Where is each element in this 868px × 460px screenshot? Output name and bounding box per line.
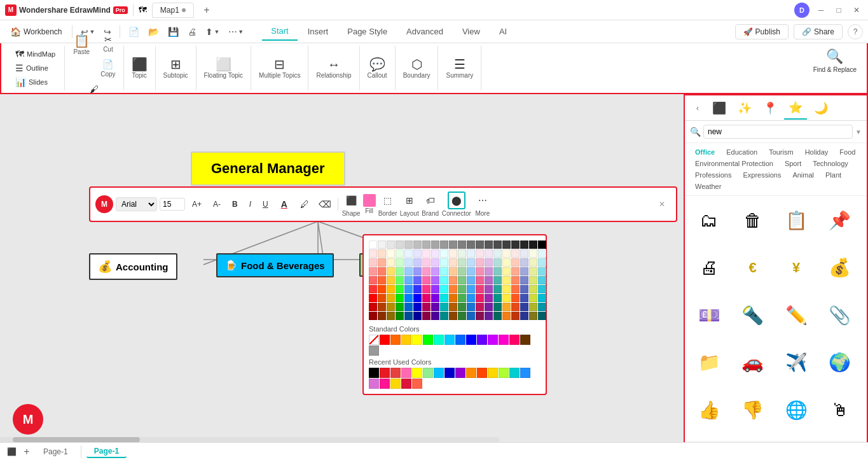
page-tab-prev[interactable]: ⬛ bbox=[5, 445, 18, 458]
gm-node[interactable]: General Manager bbox=[191, 151, 345, 186]
standard-color-cell[interactable] bbox=[412, 335, 422, 345]
color-cell[interactable] bbox=[431, 249, 439, 258]
color-cell[interactable] bbox=[369, 276, 377, 284]
color-cell[interactable] bbox=[440, 312, 448, 320]
callout-button[interactable]: 💬 Callout bbox=[364, 55, 391, 81]
tab-page-style[interactable]: Page Style bbox=[338, 23, 396, 40]
color-cell[interactable] bbox=[493, 249, 502, 258]
recent-color-cell[interactable] bbox=[380, 379, 390, 389]
color-cell[interactable] bbox=[467, 276, 475, 284]
color-cell[interactable] bbox=[493, 285, 502, 293]
sticker-item[interactable]: 👎 bbox=[734, 391, 772, 429]
brand-button[interactable]: 🏷 bbox=[422, 192, 439, 209]
cat-plant[interactable]: Plant bbox=[820, 170, 846, 180]
standard-color-cell[interactable] bbox=[488, 335, 498, 345]
cat-tech[interactable]: Technology bbox=[808, 158, 853, 169]
recent-color-cell[interactable] bbox=[369, 379, 379, 389]
color-cell[interactable] bbox=[396, 285, 404, 293]
color-cell[interactable] bbox=[502, 240, 511, 249]
color-cell[interactable] bbox=[485, 303, 493, 311]
color-cell[interactable] bbox=[396, 276, 404, 284]
file-tab[interactable]: Map1 bbox=[152, 3, 194, 18]
color-cell[interactable] bbox=[413, 240, 422, 249]
color-cell[interactable] bbox=[458, 294, 466, 302]
canvas-scrollbar-thumb[interactable] bbox=[13, 437, 140, 442]
sticker-item[interactable]: 🗑 bbox=[734, 201, 772, 239]
color-cell[interactable] bbox=[378, 285, 386, 293]
color-cell[interactable] bbox=[485, 258, 493, 267]
layout-button[interactable]: ⊞ bbox=[401, 192, 418, 209]
color-cell[interactable] bbox=[529, 276, 537, 284]
color-cell[interactable] bbox=[396, 240, 404, 249]
color-cell[interactable] bbox=[458, 258, 466, 267]
panel-search-input[interactable] bbox=[703, 125, 853, 139]
font-size-input[interactable] bbox=[160, 198, 185, 211]
color-cell[interactable] bbox=[520, 303, 528, 311]
save-button[interactable]: 💾 bbox=[165, 25, 182, 39]
color-cell[interactable] bbox=[458, 240, 466, 249]
color-cell[interactable] bbox=[404, 312, 413, 320]
sticker-item[interactable]: € bbox=[734, 249, 772, 287]
more-quick-button[interactable]: ⋯▼ bbox=[225, 25, 247, 39]
italic-button[interactable]: I bbox=[245, 198, 256, 211]
color-cell[interactable] bbox=[431, 294, 439, 302]
standard-color-cell[interactable] bbox=[380, 335, 390, 345]
color-cell[interactable] bbox=[404, 285, 413, 293]
cat-office[interactable]: Office bbox=[690, 147, 720, 157]
color-cell[interactable] bbox=[378, 294, 386, 302]
minimize-button[interactable]: ─ bbox=[815, 4, 827, 17]
color-cell[interactable] bbox=[467, 294, 475, 302]
color-cell[interactable] bbox=[422, 276, 431, 284]
color-cell[interactable] bbox=[520, 240, 528, 249]
color-cell[interactable] bbox=[387, 312, 395, 320]
new-button[interactable]: 📄 bbox=[125, 25, 142, 39]
toolbar-close-button[interactable]: ✕ bbox=[653, 195, 671, 213]
page-tab-1[interactable]: Page-1 bbox=[36, 446, 76, 457]
open-button[interactable]: 📂 bbox=[145, 25, 162, 39]
color-cell[interactable] bbox=[538, 267, 546, 275]
transparent-color[interactable] bbox=[369, 335, 379, 345]
color-cell[interactable] bbox=[413, 267, 422, 275]
color-cell[interactable] bbox=[422, 285, 431, 293]
bold-button[interactable]: B bbox=[228, 198, 242, 211]
color-cell[interactable] bbox=[476, 312, 484, 320]
standard-color-cell[interactable] bbox=[423, 335, 433, 345]
panel-ai-icon[interactable]: ✨ bbox=[733, 97, 756, 120]
color-cell[interactable] bbox=[431, 276, 439, 284]
color-cell[interactable] bbox=[449, 276, 457, 284]
color-cell[interactable] bbox=[511, 294, 520, 302]
color-cell[interactable] bbox=[422, 240, 431, 249]
color-cell[interactable] bbox=[413, 258, 422, 267]
color-cell[interactable] bbox=[449, 249, 457, 258]
color-cell[interactable] bbox=[502, 267, 511, 275]
sticker-item[interactable]: ¥ bbox=[777, 249, 815, 287]
color-cell[interactable] bbox=[369, 285, 377, 293]
color-cell[interactable] bbox=[396, 258, 404, 267]
sticker-item[interactable]: 🖨 bbox=[690, 249, 728, 287]
color-cell[interactable] bbox=[369, 249, 377, 258]
recent-color-cell[interactable] bbox=[466, 368, 476, 378]
sticker-item[interactable]: 💰 bbox=[821, 249, 859, 287]
shape-button[interactable]: ⬛ bbox=[342, 192, 360, 209]
page-tab-active[interactable]: Page-1 bbox=[86, 445, 127, 458]
color-cell[interactable] bbox=[529, 294, 537, 302]
outline-view-button[interactable]: ☰ Outline bbox=[10, 62, 60, 74]
canvas-scrollbar[interactable] bbox=[0, 437, 499, 442]
color-cell[interactable] bbox=[431, 258, 439, 267]
color-cell[interactable] bbox=[485, 294, 493, 302]
color-cell[interactable] bbox=[422, 249, 431, 258]
sticker-item[interactable]: 🖱 bbox=[821, 391, 859, 429]
color-cell[interactable] bbox=[449, 285, 457, 293]
sticker-item[interactable]: 📁 bbox=[690, 344, 728, 382]
cat-tourism[interactable]: Tourism bbox=[764, 147, 799, 157]
color-cell[interactable] bbox=[458, 249, 466, 258]
color-cell[interactable] bbox=[476, 258, 484, 267]
color-cell[interactable] bbox=[387, 267, 395, 275]
add-page-button[interactable]: + bbox=[20, 445, 33, 458]
color-cell[interactable] bbox=[529, 312, 537, 320]
color-cell[interactable] bbox=[378, 303, 386, 311]
color-cell[interactable] bbox=[449, 240, 457, 249]
color-cell[interactable] bbox=[502, 312, 511, 320]
sticker-item[interactable]: 🚗 bbox=[734, 344, 772, 382]
color-cell[interactable] bbox=[369, 303, 377, 311]
